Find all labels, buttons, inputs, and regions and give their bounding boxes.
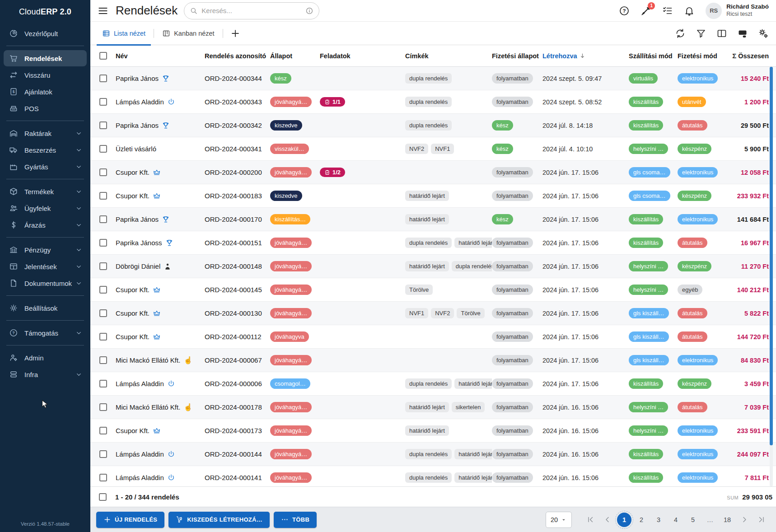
table-row[interactable]: Lámpás AladdinORD-2024-000144jóváhagyá…d… bbox=[90, 443, 776, 466]
column-header-shipping[interactable]: Szállítási mód bbox=[629, 52, 678, 60]
settings-gears-icon[interactable] bbox=[758, 28, 769, 39]
sidebar-item-raktarak[interactable]: Raktárak bbox=[4, 125, 87, 141]
column-header-payment_status[interactable]: Fizetési állapot bbox=[492, 52, 542, 60]
row-checkbox[interactable] bbox=[99, 75, 107, 82]
table-row[interactable]: Lámpás AladdinORD-2024-000006csomagol…du… bbox=[90, 372, 776, 396]
sidebar-item-infra[interactable]: Infra bbox=[4, 366, 87, 383]
page-button-5[interactable]: 5 bbox=[686, 513, 700, 527]
sidebar-item-penzugy[interactable]: Pénzügy bbox=[4, 242, 87, 258]
tab-lista-nezet[interactable]: Lista nézet bbox=[97, 22, 151, 45]
last-page-button[interactable] bbox=[754, 513, 769, 527]
sidebar-item-beszerzes[interactable]: Beszerzés bbox=[4, 142, 87, 158]
row-checkbox[interactable] bbox=[99, 403, 107, 411]
select-all-checkbox[interactable] bbox=[99, 52, 107, 60]
sidebar-item-arazas[interactable]: Árazás bbox=[4, 217, 87, 233]
sidebar-item-beallitasok[interactable]: Beállítások bbox=[4, 300, 87, 316]
table-row[interactable]: Lámpás AladdinORD-2024-000343jóváhagyá…1… bbox=[90, 90, 776, 114]
table-row[interactable]: Mici Mackó Ellátó Kft.☝ORD-2024-000067jó… bbox=[90, 349, 776, 372]
sidebar-item-dokumentumok[interactable]: Dokumentumok bbox=[4, 275, 87, 291]
table-row[interactable]: Paprika JánossORD-2024-000151jóváhagyá…d… bbox=[90, 231, 776, 255]
row-checkbox[interactable] bbox=[99, 450, 107, 458]
scrollbar-thumb[interactable] bbox=[770, 67, 773, 445]
row-checkbox[interactable] bbox=[99, 192, 107, 200]
table-row[interactable]: Csupor Kft.ORD-2024-000173jóváhagyá…hatá… bbox=[90, 419, 776, 443]
table-row[interactable]: Csupor Kft.ORD-2024-000112jóváhagyvafoly… bbox=[90, 325, 776, 349]
table-row[interactable]: Paprika JánosORD-2024-000342kiszedvedupl… bbox=[90, 114, 776, 137]
search-info-icon[interactable] bbox=[305, 7, 313, 15]
sidebar-item-pos[interactable]: POS bbox=[4, 100, 87, 117]
dart-icon[interactable]: 1 bbox=[640, 5, 651, 16]
table-row[interactable]: Csupor Kft.ORD-2024-000130jóváhagyá…NVF1… bbox=[90, 302, 776, 325]
row-checkbox[interactable] bbox=[99, 262, 107, 270]
hamburger-menu-icon[interactable] bbox=[98, 5, 108, 16]
prev-page-button[interactable] bbox=[600, 513, 614, 527]
search-input[interactable] bbox=[198, 7, 305, 14]
page-size-select[interactable]: 20 bbox=[546, 512, 572, 528]
avatar[interactable]: RS bbox=[706, 3, 722, 19]
more-button[interactable]: TÖBB bbox=[274, 512, 317, 528]
sidebar-item-vezerlopult[interactable]: Vezérlőpult bbox=[4, 25, 87, 42]
tasks-badge[interactable]: 1/1 bbox=[320, 97, 345, 107]
checklist-icon[interactable] bbox=[662, 5, 673, 16]
row-checkbox[interactable] bbox=[99, 168, 107, 176]
row-checkbox[interactable] bbox=[99, 286, 107, 294]
sidebar-item-tamogatas[interactable]: ?Támogatás bbox=[4, 325, 87, 341]
columns-icon[interactable] bbox=[716, 28, 727, 39]
column-header-tags[interactable]: Címkék bbox=[405, 52, 492, 60]
sidebar-item-rendelesek[interactable]: Rendelések bbox=[4, 50, 87, 66]
column-header-name[interactable]: Név bbox=[116, 52, 205, 60]
search-box[interactable] bbox=[184, 2, 319, 19]
row-checkbox[interactable] bbox=[99, 474, 107, 481]
create-picking-button[interactable]: KISZEDÉS LÉTREHOZÁ… bbox=[168, 512, 270, 528]
row-checkbox[interactable] bbox=[99, 215, 107, 223]
table-row[interactable]: Paprika JánosORD-2024-000344készdupla re… bbox=[90, 67, 776, 90]
page-button-18[interactable]: 18 bbox=[720, 513, 734, 527]
tasks-badge[interactable]: 1/2 bbox=[320, 168, 345, 177]
column-header-payment_method[interactable]: Fizetési mód bbox=[678, 52, 729, 60]
sidebar-item-gyartas[interactable]: Gyártás bbox=[4, 159, 87, 175]
table-row[interactable]: Csupor Kft.ORD-2024-000145jóváhagyá…Törö… bbox=[90, 278, 776, 302]
next-page-button[interactable] bbox=[737, 513, 752, 527]
card-view-icon[interactable] bbox=[737, 28, 748, 39]
row-checkbox[interactable] bbox=[99, 427, 107, 434]
new-order-button[interactable]: ÚJ RENDELÉS bbox=[96, 512, 164, 528]
row-checkbox[interactable] bbox=[99, 239, 107, 247]
refresh-icon[interactable] bbox=[675, 28, 686, 39]
add-view-button[interactable] bbox=[230, 28, 240, 38]
column-header-created[interactable]: Létrehozva bbox=[542, 52, 629, 60]
row-checkbox[interactable] bbox=[99, 380, 107, 387]
sidebar-item-admin[interactable]: Admin bbox=[4, 350, 87, 366]
table-row[interactable]: Üzleti vásárlóORD-2024-000341visszakül…N… bbox=[90, 137, 776, 161]
bell-icon[interactable] bbox=[684, 5, 695, 16]
table-row[interactable]: Mici Mackó Ellátó Kft.☝ORD-2024-000178jó… bbox=[90, 396, 776, 419]
sidebar-item-ugyfelek[interactable]: Ügyfelek bbox=[4, 200, 87, 216]
sidebar-item-ajanlatok[interactable]: $Ajánlatok bbox=[4, 84, 87, 100]
page-button-1[interactable]: 1 bbox=[617, 513, 631, 527]
row-checkbox[interactable] bbox=[99, 98, 107, 106]
row-checkbox[interactable] bbox=[99, 356, 107, 364]
table-row[interactable]: Paprika JánosORD-2024-000170kiszállítás…… bbox=[90, 208, 776, 231]
column-header-tasks[interactable]: Feladatok bbox=[320, 52, 405, 60]
user-menu[interactable]: RS Richárd Szabó Ricsi teszt bbox=[706, 3, 769, 19]
footer-select-all-checkbox[interactable] bbox=[99, 493, 107, 501]
table-row[interactable]: Lámpás AladdinORD-2024-000141jóváhagyá…d… bbox=[90, 466, 776, 486]
filter-icon[interactable] bbox=[696, 28, 706, 39]
sidebar-item-visszaru[interactable]: Visszáru bbox=[4, 67, 87, 83]
sidebar-item-termekek[interactable]: Termékek bbox=[4, 183, 87, 200]
column-header-status[interactable]: Állapot bbox=[270, 52, 320, 60]
row-checkbox[interactable] bbox=[99, 121, 107, 129]
first-page-button[interactable] bbox=[583, 513, 597, 527]
row-checkbox[interactable] bbox=[99, 333, 107, 341]
column-header-total[interactable]: ΣÖsszesen bbox=[729, 52, 769, 60]
page-button-4[interactable]: 4 bbox=[668, 513, 683, 527]
help-icon[interactable]: ? bbox=[619, 5, 630, 16]
row-checkbox[interactable] bbox=[99, 145, 107, 153]
column-header-order_id[interactable]: Rendelés azonosító bbox=[205, 52, 270, 60]
table-row[interactable]: Csupor Kft.ORD-2024-000183kiszedvehatári… bbox=[90, 184, 776, 208]
page-button-2[interactable]: 2 bbox=[634, 513, 649, 527]
tab-kanban-nezet[interactable]: Kanban nézet bbox=[157, 22, 220, 45]
table-row[interactable]: Csupor Kft.ORD-2024-000200jóváhagyá…1/2f… bbox=[90, 161, 776, 184]
sidebar-item-jelentesek[interactable]: Jelentések bbox=[4, 258, 87, 275]
page-button-3[interactable]: 3 bbox=[651, 513, 666, 527]
table-row[interactable]: Döbrögi DánielORD-2024-000148jóváhagyá…h… bbox=[90, 255, 776, 278]
